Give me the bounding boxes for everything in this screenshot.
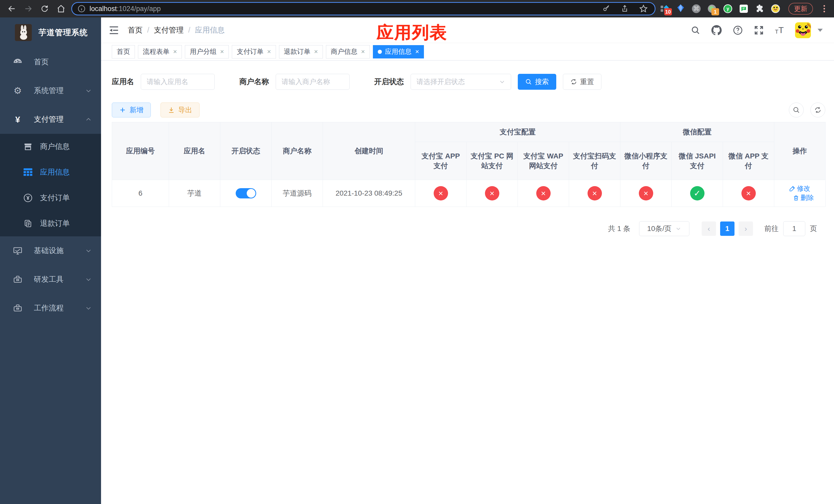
browser-menu-kebab-icon[interactable]: [820, 4, 829, 13]
sidebar-item-payment[interactable]: ¥ 支付管理: [0, 105, 101, 134]
tab-close-icon[interactable]: ×: [361, 48, 365, 55]
hamburger-icon[interactable]: [109, 26, 119, 35]
show-search-toggle-button[interactable]: [789, 102, 804, 117]
tab-close-icon[interactable]: ×: [220, 48, 224, 55]
gear-icon: ⚙: [12, 85, 23, 96]
filter-form: 应用名 商户名称 开启状态 请选择开启状态 搜索: [112, 74, 825, 90]
tab-process-form[interactable]: 流程表单×: [138, 45, 182, 59]
sidebar-item-label: 首页: [34, 57, 49, 67]
url-text: localhost:1024/pay/app: [89, 5, 161, 13]
sidebar-item-label: 工作流程: [34, 303, 64, 313]
trash-icon: [793, 195, 799, 201]
tab-user-group[interactable]: 用户分组×: [185, 45, 229, 59]
yen-circle-icon: [23, 193, 33, 203]
plus-icon: [119, 107, 126, 113]
extension-record-icon[interactable]: 1: [707, 4, 717, 13]
tab-close-icon[interactable]: ×: [173, 48, 177, 55]
extension-diamond-icon[interactable]: 10: [660, 4, 670, 13]
export-button[interactable]: 导出: [160, 102, 199, 117]
home-button[interactable]: [53, 3, 69, 15]
sidebar-item-infrastructure[interactable]: 基础设施: [0, 236, 101, 265]
search-button[interactable]: 搜索: [518, 74, 556, 90]
breadcrumb: 首页 / 支付管理 / 应用信息: [128, 25, 225, 36]
cell-created-time: 2021-10-23 08:49:25: [323, 180, 415, 207]
page-size-select[interactable]: 10条/页: [639, 221, 689, 236]
extension-y-icon[interactable]: y: [723, 4, 732, 13]
password-key-icon[interactable]: [602, 5, 610, 13]
github-icon[interactable]: [711, 25, 722, 36]
bookmark-star-icon[interactable]: [639, 5, 648, 13]
sidebar-item-dev-tools[interactable]: 研发工具: [0, 265, 101, 294]
tab-close-icon[interactable]: ×: [267, 48, 271, 55]
browser-update-button[interactable]: 更新: [788, 3, 813, 15]
sidebar-item-home[interactable]: 首页: [0, 48, 101, 76]
tab-close-icon[interactable]: ×: [415, 48, 419, 55]
share-icon[interactable]: [621, 5, 629, 13]
app-logo-row[interactable]: 芋道管理系统: [0, 18, 101, 48]
merchant-name-label: 商户名称: [239, 77, 269, 87]
app-name-label: 应用名: [112, 77, 134, 87]
forward-button[interactable]: [20, 3, 37, 15]
font-size-icon[interactable]: TT: [775, 25, 784, 35]
tab-close-icon[interactable]: ×: [314, 48, 318, 55]
dashboard-icon: [12, 57, 23, 67]
sidebar-item-label: 支付管理: [34, 114, 64, 124]
merchant-name-input[interactable]: [276, 74, 350, 90]
extension-kite-icon[interactable]: [676, 4, 685, 13]
status-x-icon: ×: [536, 186, 551, 201]
tab-home[interactable]: 首页: [112, 45, 135, 59]
refresh-table-button[interactable]: [810, 102, 825, 117]
header-search-icon[interactable]: [691, 26, 700, 35]
url-bar[interactable]: localhost:1024/pay/app: [71, 2, 656, 15]
sidebar-item-label: 系统管理: [34, 86, 64, 96]
reload-button[interactable]: [37, 3, 53, 15]
tab-pay-orders[interactable]: 支付订单×: [232, 45, 276, 59]
chevron-up-icon: [85, 116, 92, 123]
sidebar-item-refund-orders[interactable]: 退款订单: [0, 211, 101, 236]
col-header-name: 应用名: [169, 122, 220, 180]
breadcrumb-home[interactable]: 首页: [128, 25, 142, 36]
extension-chat-icon[interactable]: [739, 4, 748, 13]
monitor-icon: [12, 246, 23, 255]
grid-table-icon: [23, 168, 33, 177]
download-icon: [168, 107, 175, 113]
chevron-down-icon: [499, 79, 505, 85]
extension-badge: 10: [664, 8, 672, 15]
enabled-toggle[interactable]: [236, 188, 256, 199]
back-button[interactable]: [4, 3, 20, 15]
tab-merchant-info[interactable]: 商户信息×: [326, 45, 370, 59]
extensions-puzzle-icon[interactable]: [755, 4, 764, 13]
sidebar-item-pay-orders[interactable]: 支付订单: [0, 185, 101, 211]
cell-merchant-name: 芋道源码: [271, 180, 323, 207]
breadcrumb-payment[interactable]: 支付管理: [154, 25, 184, 36]
delete-link[interactable]: 删除: [793, 193, 814, 202]
status-x-icon: ×: [588, 186, 602, 201]
avatar-caret-icon[interactable]: [818, 29, 823, 32]
extension-command-icon[interactable]: ⌘: [692, 4, 701, 13]
table-toolbar: 新增 导出: [112, 102, 825, 117]
status-select[interactable]: 请选择开启状态: [411, 74, 511, 90]
next-page-button[interactable]: ›: [739, 222, 753, 236]
app-name-input[interactable]: [141, 74, 215, 90]
browser-profile-avatar[interactable]: [771, 4, 780, 13]
tab-app-info[interactable]: 应用信息×: [373, 45, 424, 59]
sidebar-item-app-info[interactable]: 应用信息: [0, 159, 101, 185]
goto-page-input[interactable]: [783, 221, 805, 236]
add-button[interactable]: 新增: [112, 102, 151, 117]
sidebar-item-workflow[interactable]: 工作流程: [0, 294, 101, 322]
tab-refund-orders[interactable]: 退款订单×: [279, 45, 323, 59]
site-info-icon[interactable]: [78, 5, 85, 13]
goto-label: 前往: [764, 224, 778, 233]
reset-button[interactable]: 重置: [563, 74, 601, 90]
cell-app-name: 芋道: [169, 180, 220, 207]
user-avatar[interactable]: [795, 22, 811, 38]
sidebar-item-system[interactable]: ⚙ 系统管理: [0, 76, 101, 105]
edit-link[interactable]: 修改: [789, 184, 810, 193]
status-x-icon: ×: [485, 186, 499, 201]
help-icon[interactable]: [733, 25, 743, 35]
prev-page-button[interactable]: ‹: [702, 222, 716, 236]
sidebar-item-merchant-info[interactable]: 商户信息: [0, 134, 101, 159]
page-number-1[interactable]: 1: [720, 222, 734, 236]
breadcrumb-current: 应用信息: [195, 25, 225, 36]
fullscreen-icon[interactable]: [754, 25, 764, 35]
